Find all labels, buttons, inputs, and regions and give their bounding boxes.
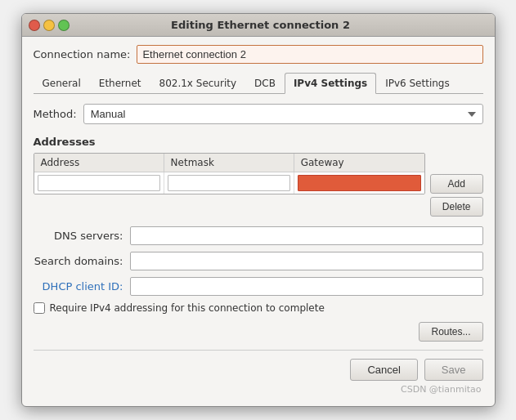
netmask-input[interactable] [168,175,290,191]
search-domains-label: Search domains: [34,255,123,267]
header-gateway: Gateway [294,154,424,172]
address-input[interactable] [38,175,160,191]
tab-8021x[interactable]: 802.1x Security [150,73,246,94]
dhcp-client-id-input[interactable] [130,277,483,296]
addresses-title: Addresses [34,136,483,148]
dhcp-client-id-label: DHCP client ID: [34,280,123,293]
method-label: Method: [34,108,77,120]
gateway-cell [294,172,424,194]
address-buttons: Add Delete [430,153,483,217]
watermark: CSDN @tianmitao [34,384,483,395]
addresses-table: Address Netmask Gateway [34,153,425,194]
addresses-section: Addresses Address Netmask Gateway [34,136,483,217]
tab-dcb[interactable]: DCB [245,73,285,94]
tab-ipv4[interactable]: IPv4 Settings [285,73,376,94]
dns-servers-input[interactable] [130,226,483,245]
header-address: Address [34,154,164,172]
bottom-buttons: Cancel Save [34,350,483,381]
window-title: Editing Ethernet connection 2 [34,19,488,31]
routes-button[interactable]: Routes... [419,322,482,342]
address-row [34,172,424,194]
addresses-table-container: Address Netmask Gateway [34,153,425,198]
main-window: Editing Ethernet connection 2 Connection… [21,13,496,407]
titlebar: Editing Ethernet connection 2 [22,14,495,37]
search-domains-input[interactable] [130,252,483,270]
connection-name-input[interactable] [137,45,482,64]
method-select[interactable]: Manual Automatic (DHCP) Link-Local Only … [83,104,483,124]
dns-servers-label: DNS servers: [34,230,123,242]
tab-ipv6[interactable]: IPv6 Settings [376,73,459,94]
require-ipv4-checkbox[interactable] [34,302,45,314]
routes-row: Routes... [34,322,483,342]
add-button[interactable]: Add [430,174,483,194]
addresses-area: Address Netmask Gateway [34,153,483,217]
tab-bar: General Ethernet 802.1x Security DCB IPv… [34,72,483,94]
method-row: Method: Manual Automatic (DHCP) Link-Loc… [34,104,483,124]
connection-name-label: Connection name: [34,48,131,60]
search-domains-row: Search domains: [34,252,483,270]
addresses-header: Address Netmask Gateway [34,154,424,172]
save-button[interactable]: Save [424,359,483,381]
header-netmask: Netmask [164,154,294,172]
window-content: Connection name: General Ethernet 802.1x… [22,37,495,406]
tab-ethernet[interactable]: Ethernet [90,73,150,94]
delete-button[interactable]: Delete [430,197,483,217]
cancel-button[interactable]: Cancel [350,359,417,381]
tab-general[interactable]: General [34,73,90,94]
dns-servers-row: DNS servers: [34,226,483,245]
gateway-input[interactable] [298,175,421,191]
address-cell [34,172,164,194]
require-ipv4-row: Require IPv4 addressing for this connect… [34,302,483,314]
require-ipv4-label: Require IPv4 addressing for this connect… [50,302,325,314]
dhcp-client-id-row: DHCP client ID: [34,277,483,296]
netmask-cell [164,172,294,194]
connection-name-row: Connection name: [34,45,483,64]
